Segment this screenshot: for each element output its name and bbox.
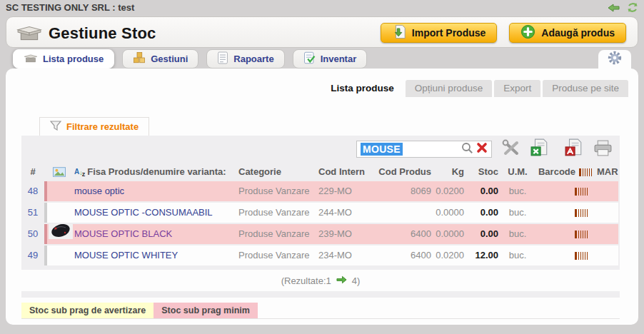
mar-cell — [597, 246, 618, 265]
tab-rapoarte[interactable]: Rapoarte — [206, 49, 284, 69]
refresh-icon[interactable] — [627, 2, 638, 13]
subtab-produse-pe-site-label: Produse pe site — [552, 83, 619, 93]
sub-tab-bar: Lista produse Opțiuni produse Export Pro… — [321, 80, 628, 97]
subtab-lista-produse[interactable]: Lista produse — [321, 80, 403, 97]
sort-az-icon[interactable]: A↓z — [74, 167, 85, 178]
results-summary: (Rezultate:1 4) — [21, 270, 620, 291]
export-pdf-icon[interactable] — [565, 138, 583, 160]
row-number: 49 — [21, 246, 44, 265]
cod-produs-cell: 6400 — [371, 246, 434, 265]
print-icon[interactable] — [593, 139, 613, 160]
subtab-optiuni-produse[interactable]: Opțiuni produse — [406, 80, 492, 97]
tools-icon[interactable] — [502, 139, 520, 159]
row-number: 48 — [21, 181, 44, 201]
stock-legend: Stoc sub prag de avertizare Stoc sub pra… — [21, 303, 620, 319]
cod-intern-cell: 244-MO — [318, 203, 371, 223]
add-product-button[interactable]: Adaugă produs — [509, 23, 626, 43]
tab-inventar[interactable]: Inventar — [293, 49, 368, 69]
barcode-icon[interactable] — [575, 231, 588, 238]
header-barcode: Barcode — [538, 163, 575, 181]
page-header: Gestiune Stoc Import Produse Adaugă prod… — [6, 16, 638, 48]
um-cell: buc. — [501, 246, 534, 265]
settings-tab[interactable] — [598, 50, 631, 69]
row-number: 50 — [21, 224, 44, 244]
barcode-icon[interactable] — [575, 209, 588, 217]
stoc-cell: 12.00 — [467, 246, 501, 265]
barcode-icon[interactable] — [575, 188, 588, 196]
header-um: U.M. — [501, 163, 534, 181]
product-thumbnail-mouse[interactable] — [49, 224, 73, 244]
barcode-icon — [579, 168, 593, 176]
clear-search-icon[interactable] — [476, 142, 488, 156]
filter-results-label: Filtrare rezultate — [66, 121, 139, 132]
inventory-check-icon — [303, 51, 316, 66]
header-name: Fisa Produs/denumire varianta: — [87, 163, 226, 181]
tab-rapoarte-label: Rapoarte — [233, 54, 273, 64]
table-row[interactable]: 50 MOUSE OPTIC BLACK Produse Vanzare 239… — [21, 224, 620, 244]
table-header-row: # A↓z Fisa Produs/denumire varianta: Cat… — [21, 163, 620, 181]
product-table-area: MOUSE — [21, 136, 620, 298]
product-image-cell — [44, 224, 74, 244]
tab-lista-produse[interactable]: Lista produse — [13, 49, 114, 69]
search-icon[interactable] — [461, 142, 473, 157]
results-prefix: (Rezultate:1 — [281, 275, 331, 286]
results-suffix: 4) — [352, 275, 361, 286]
main-tab-bar: Lista produse Gestiuni Rapoarte — [13, 49, 367, 69]
subtab-produse-pe-site[interactable]: Produse pe site — [543, 80, 628, 97]
header-category: Categorie — [238, 163, 318, 181]
product-link[interactable]: MOUSE OPTIC BLACK — [74, 228, 172, 239]
filter-results-button[interactable]: Filtrare rezultate — [39, 117, 149, 136]
funnel-icon — [50, 121, 61, 133]
header-stoc: Stoc — [467, 163, 501, 181]
table-row[interactable]: 49 MOUSE OPTIC WHITEY Produse Vanzare 23… — [21, 246, 620, 265]
legend-warning-threshold: Stoc sub prag de avertizare — [21, 303, 154, 318]
company-name: SC TESTING ONLY SRL : test — [6, 2, 134, 13]
cod-intern-cell: 234-MO — [318, 246, 371, 265]
cod-intern-cell: 229-MO — [318, 181, 371, 201]
header-mar: MAR — [597, 163, 618, 181]
product-link[interactable]: mouse optic — [74, 186, 124, 196]
category-cell: Produse Vanzare — [238, 181, 318, 201]
back-arrow-icon[interactable] — [608, 3, 620, 13]
legend-minimum-threshold: Stoc sub prag minim — [154, 303, 258, 318]
product-image-cell — [44, 246, 74, 265]
cod-intern-cell: 239-MO — [318, 224, 371, 244]
tab-gestiuni[interactable]: Gestiuni — [122, 49, 198, 69]
tab-inventar-label: Inventar — [321, 54, 357, 64]
top-bar: SC TESTING ONLY SRL : test — [0, 0, 644, 16]
header-cod-intern: Cod Intern — [318, 163, 371, 181]
image-column-icon — [44, 163, 74, 181]
category-cell: Produse Vanzare — [238, 203, 318, 223]
export-excel-icon[interactable] — [530, 138, 549, 160]
subtab-lista-produse-label: Lista produse — [331, 83, 394, 93]
barcode-icon[interactable] — [575, 252, 588, 260]
kg-cell: 0.0200 — [434, 181, 467, 201]
kg-cell: 0.0000 — [434, 224, 467, 244]
header-num: # — [21, 163, 44, 181]
tab-lista-produse-label: Lista produse — [43, 54, 104, 64]
cod-produs-cell: 6400 — [371, 224, 434, 244]
row-number: 51 — [21, 203, 44, 223]
import-document-icon — [392, 24, 406, 41]
product-link[interactable]: MOUSE OPTIC -CONSUMAABIL — [74, 207, 213, 218]
subtab-optiuni-produse-label: Opțiuni produse — [415, 83, 483, 93]
header-kg: Kg — [434, 163, 467, 181]
category-cell: Produse Vanzare — [238, 224, 318, 244]
category-cell: Produse Vanzare — [238, 246, 318, 265]
product-link[interactable]: MOUSE OPTIC WHITEY — [74, 250, 178, 260]
subtab-export[interactable]: Export — [494, 80, 540, 97]
search-input[interactable]: MOUSE — [356, 141, 492, 158]
table-row[interactable]: 51 MOUSE OPTIC -CONSUMAABIL Produse Vanz… — [21, 203, 620, 223]
um-cell: buc. — [501, 203, 534, 223]
cubes-icon — [133, 51, 146, 66]
import-products-button[interactable]: Import Produse — [381, 23, 497, 43]
header-cod-produs: Cod Produs — [371, 163, 434, 181]
subtab-export-label: Export — [503, 83, 531, 93]
table-row[interactable]: 48 mouse optic Produse Vanzare 229-MO 80… — [21, 181, 620, 201]
stoc-cell: 0.00 — [467, 181, 501, 201]
page-title: Gestiune Stoc — [49, 24, 156, 43]
stock-box-icon — [16, 23, 42, 44]
um-cell: buc. — [501, 181, 534, 201]
product-image-cell — [44, 181, 74, 201]
stoc-cell: 0.00 — [467, 224, 501, 244]
